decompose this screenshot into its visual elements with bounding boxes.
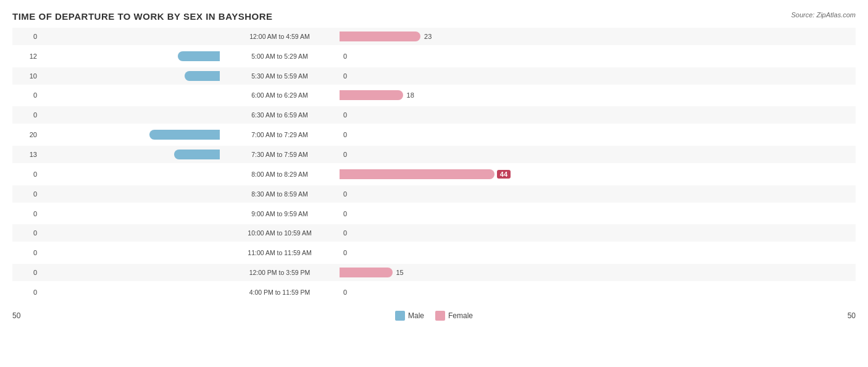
bar-row: 0 8:00 AM to 8:29 AM 44 — [12, 166, 856, 183]
left-value: 20 — [22, 131, 37, 138]
time-label: 7:00 AM to 7:29 AM — [222, 131, 337, 138]
legend-male-label: Male — [408, 311, 424, 320]
time-label: 10:00 AM to 10:59 AM — [222, 229, 337, 237]
left-section: 0 — [12, 110, 222, 120]
right-section: 0 — [337, 228, 856, 238]
left-value: 0 — [22, 171, 37, 178]
chart-area: 0 12:00 AM to 4:59 AM 23 12 5:00 AM to 5… — [12, 27, 856, 321]
bar-row: 0 8:30 AM to 8:59 AM 0 — [12, 185, 856, 203]
left-bar-wrap — [41, 90, 220, 100]
right-section: 0 — [337, 110, 856, 120]
time-label: 12:00 PM to 3:59 PM — [222, 269, 337, 276]
source-label: Source: ZipAtlas.com — [791, 11, 856, 19]
left-bar-wrap — [41, 169, 220, 179]
left-value: 0 — [22, 210, 37, 217]
right-section: 0 — [337, 209, 856, 219]
time-label: 5:30 AM to 5:59 AM — [222, 72, 337, 80]
legend-male-box — [395, 311, 405, 321]
right-value: 0 — [343, 210, 347, 217]
left-value: 13 — [22, 151, 37, 158]
bar-row: 0 11:00 AM to 11:59 AM 0 — [12, 244, 856, 261]
time-label: 8:00 AM to 8:29 AM — [222, 171, 337, 178]
time-label: 9:00 AM to 9:59 AM — [222, 210, 337, 217]
right-value: 0 — [343, 131, 347, 138]
left-value: 12 — [22, 53, 37, 60]
bar-row: 13 7:30 AM to 7:59 AM 0 — [12, 146, 856, 163]
right-section: 0 — [337, 189, 856, 199]
left-value: 0 — [22, 249, 37, 256]
right-section: 44 — [337, 169, 856, 179]
bar-row: 0 6:30 AM to 6:59 AM 0 — [12, 106, 856, 124]
time-label: 5:00 AM to 5:29 AM — [222, 53, 337, 60]
blue-bar — [178, 51, 220, 61]
right-value: 0 — [343, 229, 347, 237]
right-value: 0 — [343, 190, 347, 198]
right-section: 15 — [337, 268, 856, 277]
left-bar-wrap — [41, 248, 220, 258]
right-value: 15 — [396, 269, 404, 276]
right-section: 0 — [337, 150, 856, 159]
right-section: 0 — [337, 287, 856, 297]
pink-bar — [340, 32, 420, 41]
bar-row: 0 9:00 AM to 9:59 AM 0 — [12, 205, 856, 222]
time-label: 6:00 AM to 6:29 AM — [222, 91, 337, 99]
left-bar-wrap — [41, 130, 220, 140]
left-bar-wrap — [41, 287, 220, 297]
right-value: 0 — [343, 289, 347, 296]
left-section: 0 — [12, 32, 222, 41]
right-value: 23 — [424, 33, 432, 40]
left-bar-wrap — [41, 209, 220, 219]
left-section: 0 — [12, 268, 222, 277]
right-value: 0 — [343, 249, 347, 256]
chart-footer: 50 Male Female 50 — [12, 307, 856, 321]
left-value: 0 — [22, 289, 37, 296]
legend-female-label: Female — [448, 311, 473, 320]
bar-row: 10 5:30 AM to 5:59 AM 0 — [12, 67, 856, 85]
blue-bar — [149, 130, 220, 140]
value-badge: 44 — [497, 170, 511, 179]
pink-bar — [340, 169, 495, 179]
left-section: 0 — [12, 287, 222, 297]
right-section: 18 — [337, 90, 856, 100]
right-section: 0 — [337, 51, 856, 61]
left-bar-wrap — [41, 32, 220, 41]
left-section: 0 — [12, 209, 222, 219]
pink-bar — [340, 90, 403, 100]
left-section: 10 — [12, 71, 222, 81]
right-section: 0 — [337, 130, 856, 140]
left-section: 0 — [12, 90, 222, 100]
left-bar-wrap — [41, 150, 220, 159]
bar-row: 0 10:00 AM to 10:59 AM 0 — [12, 224, 856, 242]
axis-left-label: 50 — [12, 311, 37, 320]
left-value: 0 — [22, 111, 37, 119]
left-section: 13 — [12, 150, 222, 159]
right-value: 0 — [343, 151, 347, 158]
time-label: 6:30 AM to 6:59 AM — [222, 111, 337, 119]
left-value: 0 — [22, 33, 37, 40]
left-section: 12 — [12, 51, 222, 61]
bar-row: 0 12:00 PM to 3:59 PM 15 — [12, 264, 856, 281]
left-section: 0 — [12, 169, 222, 179]
right-section: 23 — [337, 32, 856, 41]
left-value: 0 — [22, 229, 37, 237]
right-value: 0 — [343, 53, 347, 60]
left-value: 0 — [22, 269, 37, 276]
right-section: 0 — [337, 248, 856, 258]
left-value: 10 — [22, 72, 37, 80]
time-label: 11:00 AM to 11:59 AM — [222, 249, 337, 256]
time-label: 7:30 AM to 7:59 AM — [222, 151, 337, 158]
axis-right-label: 50 — [831, 311, 856, 320]
blue-bar — [185, 71, 220, 81]
left-bar-wrap — [41, 228, 220, 238]
left-value: 0 — [22, 190, 37, 198]
left-bar-wrap — [41, 189, 220, 199]
left-bar-wrap — [41, 110, 220, 120]
chart-legend: Male Female — [395, 311, 473, 321]
left-section: 0 — [12, 228, 222, 238]
bar-row: 0 6:00 AM to 6:29 AM 18 — [12, 86, 856, 104]
rows-container: 0 12:00 AM to 4:59 AM 23 12 5:00 AM to 5… — [12, 27, 856, 302]
left-bar-wrap — [41, 268, 220, 277]
right-value: 0 — [343, 72, 347, 80]
time-label: 8:30 AM to 8:59 AM — [222, 190, 337, 198]
chart-title: TIME OF DEPARTURE TO WORK BY SEX IN BAYS… — [12, 11, 856, 22]
